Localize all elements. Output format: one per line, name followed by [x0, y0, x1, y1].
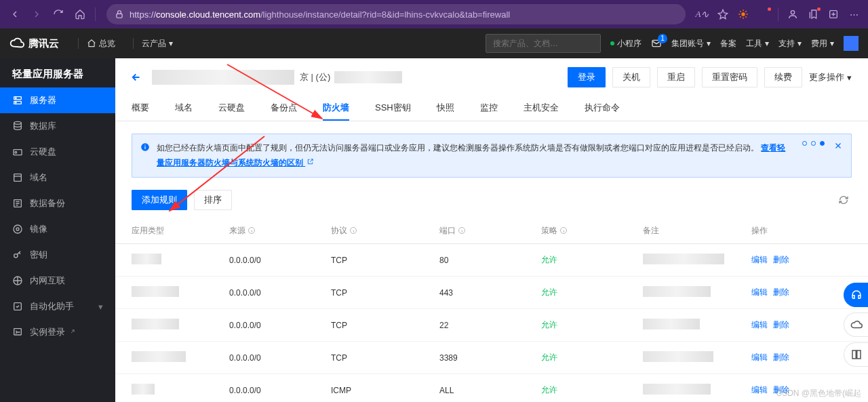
console-search[interactable] [486, 34, 601, 53]
float-cloud-button[interactable] [844, 313, 868, 337]
support-dropdown[interactable]: 支持▾ [778, 38, 802, 49]
cell-source: 0.0.0.0/0 [224, 277, 326, 309]
delete-link[interactable]: 删除 [773, 255, 789, 264]
restart-button[interactable]: 重启 [657, 67, 695, 87]
sidebar-item-image[interactable]: 镜像 [0, 216, 115, 242]
cell-proto: TCP [326, 309, 434, 342]
pager-dot[interactable] [802, 141, 807, 146]
sidebar-item-login[interactable]: 实例登录 [0, 319, 115, 345]
cell-proto: ICMP [326, 374, 434, 402]
delete-link[interactable]: 删除 [773, 353, 789, 362]
delete-link[interactable]: 删除 [773, 287, 789, 297]
tab-1[interactable]: 域名 [175, 96, 193, 121]
beian-link[interactable]: 备案 [720, 38, 736, 49]
detail-header: 京 | (公) 登录 关机 重启 重置密码 续费 更多操作 ▾ [115, 58, 868, 96]
table-row: 0.0.0.0/0TCP80允许编辑删除 [115, 244, 868, 277]
backup-icon [12, 198, 23, 209]
tools-dropdown[interactable]: 工具▾ [746, 38, 769, 49]
sidebar-item-backup[interactable]: 数据备份 [0, 190, 115, 216]
notice-close[interactable] [833, 141, 843, 156]
tab-8[interactable]: 主机安全 [524, 96, 559, 121]
th-proto: 协议 [326, 218, 434, 244]
edit-link[interactable]: 编辑 [751, 353, 768, 362]
reset-password-button[interactable]: 重置密码 [702, 67, 757, 87]
sidebar-item-disk[interactable]: 云硬盘 [0, 139, 115, 165]
add-rule-button[interactable]: 添加规则 [132, 190, 187, 210]
tab-3[interactable]: 备份点 [271, 96, 297, 121]
edit-link[interactable]: 编辑 [751, 320, 768, 329]
cell-proto: TCP [326, 277, 434, 309]
server-icon [12, 95, 23, 106]
edit-link[interactable]: 编辑 [751, 287, 768, 297]
cloud-icon [850, 319, 863, 331]
cell-type [115, 342, 224, 374]
float-support-button[interactable] [844, 283, 868, 307]
account-icon[interactable] [783, 3, 803, 25]
extensions-icon[interactable] [823, 3, 844, 25]
renew-button[interactable]: 续费 [764, 67, 802, 87]
shutdown-button[interactable]: 关机 [612, 67, 650, 87]
edit-link[interactable]: 编辑 [751, 255, 768, 264]
tab-6[interactable]: 快照 [437, 96, 454, 121]
separator [133, 38, 134, 49]
tab-0[interactable]: 概要 [132, 96, 149, 121]
sidebar-item-label: 密钥 [30, 249, 47, 261]
reading-mode-icon[interactable]: A∿ [692, 3, 713, 25]
edit-link[interactable]: 编辑 [751, 385, 768, 395]
tab-7[interactable]: 监控 [480, 96, 498, 121]
sidebar-item-domain[interactable]: 域名 [0, 165, 115, 190]
back-button[interactable] [127, 68, 145, 86]
sidebar-item-server[interactable]: 服务器 [0, 87, 115, 113]
notice-pager[interactable] [800, 141, 827, 146]
home-icon [87, 39, 96, 48]
browser-home[interactable] [69, 3, 91, 25]
blurred-remark [643, 286, 711, 297]
sidebar-item-db[interactable]: 数据库 [0, 113, 115, 139]
fee-dropdown[interactable]: 费用▾ [811, 38, 834, 49]
th-policy: 策略 [536, 218, 637, 244]
collections-icon[interactable] [803, 3, 823, 25]
pager-dot-active[interactable] [820, 141, 825, 146]
miniprogram-link[interactable]: 小程序 [610, 38, 642, 49]
avatar[interactable] [844, 36, 859, 51]
ext-sun-icon[interactable] [733, 3, 753, 25]
pager-dot[interactable] [811, 141, 816, 146]
sidebar-item-label: 自动化助手 [30, 300, 74, 313]
browser-url-box[interactable]: https://console.cloud.tencent.com/lighth… [106, 4, 686, 24]
tab-2[interactable]: 云硬盘 [218, 96, 245, 121]
cell-port: 443 [434, 277, 536, 309]
overview-link[interactable]: 总览 [87, 38, 115, 49]
th-type: 应用类型 [115, 218, 224, 244]
float-docs-button[interactable] [844, 342, 868, 367]
browser-menu-icon[interactable]: ⋯ [844, 3, 864, 25]
sidebar-item-net[interactable]: 内网互联 [0, 268, 115, 294]
messages-icon[interactable]: 1 [651, 38, 662, 49]
group-dropdown[interactable]: 集团账号▾ [671, 38, 711, 49]
browser-forward[interactable] [26, 3, 47, 25]
search-input[interactable] [492, 38, 596, 49]
th-remark: 备注 [637, 218, 746, 244]
tencent-cloud-logo[interactable]: 腾讯云 [9, 36, 59, 51]
ext-adblock-icon[interactable] [753, 3, 774, 25]
favorite-icon[interactable] [713, 3, 733, 25]
browser-back[interactable] [4, 3, 26, 25]
content: 京 | (公) 登录 关机 重启 重置密码 续费 更多操作 ▾ 概要域名云硬盘备… [115, 58, 868, 402]
products-dropdown[interactable]: 云产品 ▾ [142, 38, 173, 49]
table-row: 0.0.0.0/0TCP22允许编辑删除 [115, 309, 868, 342]
sidebar-item-key[interactable]: 密钥 [0, 242, 115, 268]
delete-link[interactable]: 删除 [773, 320, 789, 329]
arrow-left-icon [130, 71, 142, 83]
sort-button[interactable]: 排序 [194, 190, 232, 210]
sidebar-item-auto[interactable]: 自动化助手▾ [0, 294, 115, 319]
cell-policy: 允许 [536, 309, 637, 342]
more-operations-dropdown[interactable]: 更多操作 ▾ [809, 71, 852, 83]
tab-4[interactable]: 防火墙 [323, 96, 349, 121]
tab-9[interactable]: 执行命令 [585, 96, 620, 121]
book-icon [850, 348, 863, 361]
region-label: 京 | (公) [300, 71, 330, 83]
login-button[interactable]: 登录 [568, 67, 606, 87]
cell-port: ALL [434, 374, 536, 402]
refresh-button[interactable] [835, 192, 852, 208]
browser-refresh[interactable] [47, 3, 69, 25]
tab-5[interactable]: SSH密钥 [375, 96, 411, 121]
